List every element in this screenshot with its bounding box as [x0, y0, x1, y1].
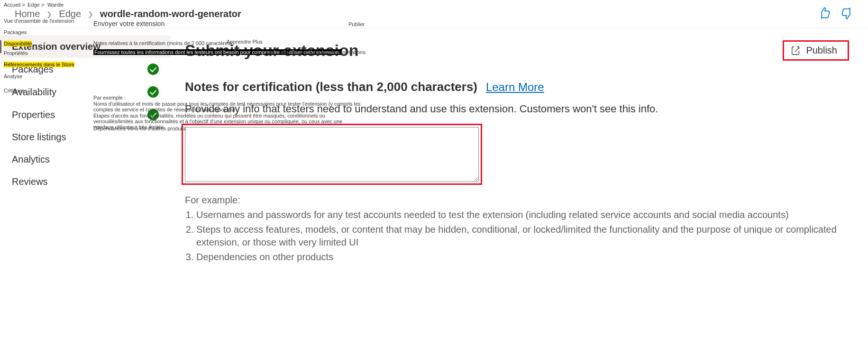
page-title: Submit your extension	[185, 41, 359, 60]
sidebar-item-properties[interactable]: Properties	[0, 103, 171, 126]
publish-icon	[791, 46, 801, 56]
sidebar-item-analytics[interactable]: Analytics	[0, 148, 171, 171]
main-panel: Submit your extension Publish Notes for …	[171, 28, 868, 284]
sidebar-item-label: Store listings	[12, 132, 66, 143]
sidebar-item-packages[interactable]: Packages	[0, 58, 171, 81]
sidebar-item-label: Reviews	[12, 176, 48, 187]
certification-notes-input[interactable]	[185, 127, 479, 182]
breadcrumb-current: wordle-random-word-generator	[100, 9, 241, 19]
feedback-icons	[818, 7, 854, 21]
example-block: For example: Usernames and passwords for…	[185, 195, 849, 264]
section-heading: Notes for certification (less than 2,000…	[185, 80, 477, 94]
thumbs-up-icon[interactable]	[818, 7, 831, 21]
chevron-right-icon: ❯	[46, 10, 52, 18]
sidebar-item-availability[interactable]: Availability	[0, 81, 171, 103]
check-icon	[147, 86, 159, 98]
main-header: Submit your extension Publish	[185, 40, 849, 61]
sidebar-item-label: Extension overview	[12, 41, 101, 52]
example-item: Usernames and passwords for any test acc…	[196, 209, 849, 221]
sidebar: Extension overview Packages Availability…	[0, 28, 171, 284]
sidebar-item-label: Properties	[12, 109, 55, 120]
content-layout: Extension overview Packages Availability…	[0, 28, 868, 284]
check-icon	[147, 64, 159, 75]
sidebar-item-label: Availability	[12, 87, 56, 98]
check-icon	[147, 109, 159, 120]
example-item: Steps to access features, models, or con…	[196, 223, 849, 249]
sidebar-item-store-listings[interactable]: Store listings	[0, 126, 171, 148]
sidebar-item-label: Analytics	[12, 154, 50, 165]
breadcrumb-edge[interactable]: Edge	[59, 9, 81, 19]
breadcrumb-home[interactable]: Home	[15, 9, 40, 19]
thumbs-down-icon[interactable]	[841, 7, 854, 21]
example-intro: For example:	[185, 195, 849, 206]
breadcrumb: Home ❯ Edge ❯ wordle-random-word-generat…	[0, 9, 241, 19]
sidebar-item-label: Packages	[12, 64, 54, 75]
publish-button-label: Publish	[806, 45, 837, 56]
learn-more-link[interactable]: Learn More	[486, 81, 544, 93]
publish-button[interactable]: Publish	[783, 40, 849, 61]
top-bar: Home ❯ Edge ❯ wordle-random-word-generat…	[0, 0, 868, 28]
section-subtext: Provide any info that testers need to un…	[185, 103, 849, 115]
chevron-right-icon: ❯	[88, 10, 93, 18]
sidebar-item-reviews[interactable]: Reviews	[0, 171, 171, 193]
example-item: Dependencies on other products	[196, 251, 849, 264]
certification-section: Notes for certification (less than 2,000…	[185, 80, 849, 264]
sidebar-item-overview[interactable]: Extension overview	[0, 36, 171, 58]
